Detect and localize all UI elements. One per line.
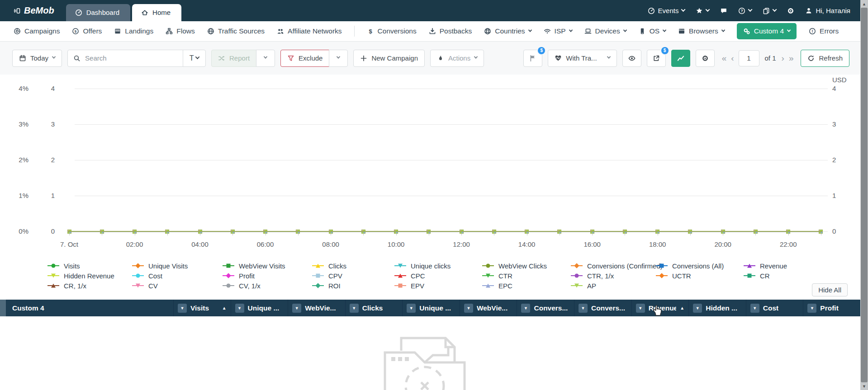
user-menu[interactable]: Hi, Наталія <box>805 7 850 14</box>
vertical-scrollbar[interactable]: ▲ ▼ <box>860 0 868 390</box>
column-header-cost[interactable]: ▼Cost <box>746 300 803 316</box>
favorites-menu[interactable] <box>696 7 709 14</box>
flag-button[interactable]: $ <box>523 50 542 67</box>
column-filter-icon[interactable]: ▼ <box>407 304 416 313</box>
refresh-button[interactable]: Refresh <box>801 50 849 67</box>
date-range-button[interactable]: Today <box>12 50 62 67</box>
column-filter-icon[interactable]: ▼ <box>521 304 530 313</box>
legend-item-ctr[interactable]: CTR <box>482 272 547 280</box>
nav-item-flows[interactable]: Flows <box>166 27 194 35</box>
column-header-unique-[interactable]: ▼Unique ... <box>402 300 460 316</box>
actions-button[interactable]: Actions <box>430 50 484 67</box>
column-header-webvie-[interactable]: ▼WebVie... <box>288 300 345 316</box>
traffic-filter-dropdown[interactable]: With Tra... <box>548 50 617 67</box>
nav-item-traffic-sources[interactable]: Traffic Sources <box>207 27 265 35</box>
legend-item-ap[interactable]: AP <box>571 282 663 290</box>
legend-item-cost[interactable]: Cost <box>132 272 188 280</box>
search-input[interactable] <box>84 54 183 62</box>
column-header-visits[interactable]: ▼Visits▲ <box>173 300 231 316</box>
exclude-dropdown-button[interactable] <box>329 50 348 67</box>
report-button[interactable]: Report <box>211 50 256 67</box>
legend-item-unique-visits[interactable]: Unique Visits <box>132 262 188 270</box>
prev-page-button[interactable]: ‹ <box>731 54 734 62</box>
column-filter-icon[interactable]: ▼ <box>235 304 244 313</box>
column-header-clicks[interactable]: ▼Clicks <box>345 300 403 316</box>
exclude-button[interactable]: Exclude <box>280 50 329 67</box>
table-group-column[interactable]: Custom 4 <box>6 300 173 316</box>
column-header-unique-[interactable]: ▼Unique ... <box>231 300 288 316</box>
legend-item-conversions-confirmed-[interactable]: Conversions (Confirmed) <box>571 262 663 270</box>
legend-item-cv[interactable]: CV <box>132 282 188 290</box>
legend-item-cr[interactable]: CR <box>744 272 787 280</box>
column-header-profit[interactable]: ▼Profit <box>803 300 860 316</box>
tab-home[interactable]: Home <box>132 4 181 21</box>
legend-item-visits[interactable]: Visits <box>47 262 114 270</box>
nav-item-errors[interactable]: !Errors <box>809 27 839 35</box>
legend-item-webview-visits[interactable]: WebView Visits <box>223 262 285 270</box>
visibility-button[interactable] <box>622 50 641 67</box>
last-page-button[interactable]: » <box>789 54 794 62</box>
tab-dashboard[interactable]: Dashboard <box>66 4 130 21</box>
scroll-up-button[interactable]: ▲ <box>860 0 868 8</box>
nav-item-conversions[interactable]: $Conversions <box>367 27 417 35</box>
next-page-button[interactable]: › <box>782 54 784 62</box>
page-number-input[interactable] <box>739 50 759 66</box>
column-filter-icon[interactable]: ▼ <box>464 304 473 313</box>
nav-item-postbacks[interactable]: Postbacks <box>429 27 472 35</box>
legend-item-roi[interactable]: ROI <box>312 282 346 290</box>
feedback-button[interactable] <box>720 7 727 14</box>
search-type-button[interactable]: T <box>183 50 205 66</box>
help-menu[interactable]: ? <box>738 7 752 14</box>
nav-item-campaigns[interactable]: Campaigns <box>14 27 60 35</box>
column-filter-icon[interactable]: ▼ <box>178 304 187 313</box>
legend-item-epc[interactable]: EPC <box>482 282 547 290</box>
hide-all-button[interactable]: Hide All <box>812 283 848 296</box>
nav-item-isp[interactable]: ISP <box>544 27 572 35</box>
legend-item-ctr-1-x[interactable]: CTR, 1/x <box>571 272 663 280</box>
legend-item-unique-clicks[interactable]: Unique clicks <box>394 262 451 270</box>
legend-item-uctr[interactable]: UCTR <box>656 272 724 280</box>
docs-menu[interactable] <box>763 7 776 14</box>
column-filter-icon[interactable]: ▼ <box>579 304 588 313</box>
legend-item-cpv[interactable]: CPV <box>312 272 346 280</box>
columns-settings-button[interactable] <box>696 50 715 67</box>
new-campaign-button[interactable]: New Campaign <box>353 50 425 67</box>
legend-item-webview-clicks[interactable]: WebView Clicks <box>482 262 547 270</box>
settings-button[interactable] <box>787 7 794 14</box>
brand[interactable]: BeMob <box>0 0 66 21</box>
column-header-convers-[interactable]: ▼Convers... <box>574 300 631 316</box>
legend-item-hidden-revenue[interactable]: Hidden Revenue <box>47 272 114 280</box>
nav-item-os[interactable]: OS <box>639 27 666 35</box>
column-filter-icon[interactable]: ▼ <box>350 304 359 313</box>
events-menu[interactable]: Events <box>648 7 685 14</box>
legend-item-clicks[interactable]: Clicks <box>312 262 346 270</box>
nav-item-offers[interactable]: $Offers <box>72 27 102 35</box>
column-filter-icon[interactable]: ▼ <box>693 304 702 313</box>
legend-item-epv[interactable]: EPV <box>394 282 451 290</box>
legend-item-cv-1-x[interactable]: CV, 1/x <box>223 282 285 290</box>
column-filter-icon[interactable]: ▼ <box>750 304 759 313</box>
nav-item-landings[interactable]: Landings <box>114 27 153 35</box>
column-filter-icon[interactable]: ▼ <box>807 304 816 313</box>
column-header-revenue[interactable]: ▼Revenue▲ <box>631 300 689 316</box>
export-button[interactable]: $ <box>647 50 666 67</box>
nav-item-browsers[interactable]: Browsers <box>678 27 725 35</box>
legend-item-revenue[interactable]: Revenue <box>744 262 787 270</box>
chart-toggle-button[interactable] <box>671 50 690 67</box>
column-header-hidden-[interactable]: ▼Hidden ... <box>688 300 746 316</box>
legend-item-cpc[interactable]: CPC <box>394 272 451 280</box>
nav-item-custom-4[interactable]: Custom 4 <box>737 23 797 39</box>
legend-item-profit[interactable]: Profit <box>223 272 285 280</box>
nav-item-devices[interactable]: Devices <box>584 27 626 35</box>
report-dropdown-button[interactable] <box>256 50 275 67</box>
column-filter-icon[interactable]: ▼ <box>636 304 645 313</box>
nav-item-countries[interactable]: Countries <box>484 27 531 35</box>
column-header-webvie-[interactable]: ▼WebVie... <box>460 300 517 316</box>
scrollbar-thumb[interactable] <box>861 8 868 382</box>
first-page-button[interactable]: « <box>722 54 727 62</box>
scroll-down-button[interactable]: ▼ <box>860 382 868 390</box>
legend-item-cr-1-x[interactable]: CR, 1/x <box>47 282 114 290</box>
column-filter-icon[interactable]: ▼ <box>292 304 301 313</box>
nav-item-affiliate-networks[interactable]: Affiliate Networks <box>277 27 342 35</box>
legend-item-conversions-all-[interactable]: Conversions (All) <box>656 262 724 270</box>
